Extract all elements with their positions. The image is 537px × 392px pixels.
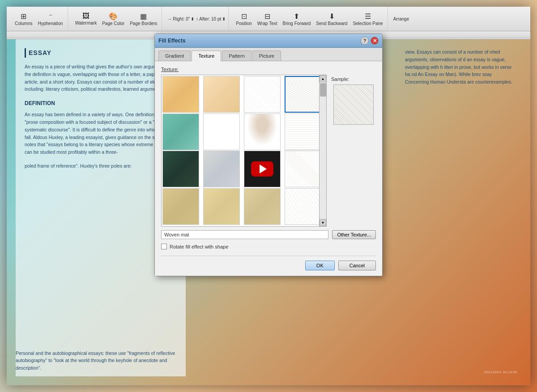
tab-gradient[interactable]: Gradient xyxy=(158,51,191,61)
rotate-fill-checkbox[interactable] xyxy=(161,244,167,249)
play-icon-inner xyxy=(260,164,267,173)
dialog-help-button[interactable]: ? xyxy=(361,37,369,45)
ok-button[interactable]: OK xyxy=(305,261,335,270)
sample-label: Sample: xyxy=(331,76,349,82)
dialog-body: Texture: xyxy=(155,61,382,276)
dialog-title: Fill Effects xyxy=(158,38,186,44)
dialog-close-button[interactable]: ✕ xyxy=(371,37,379,45)
texture-grid xyxy=(162,75,326,226)
texture-grid-container: ▲ ▼ xyxy=(161,75,327,227)
texture-section-label: Texture: xyxy=(161,67,376,72)
texture-cell-13[interactable] xyxy=(162,188,199,225)
scroll-up-arrow[interactable]: ▲ xyxy=(320,75,326,82)
texture-cell-6[interactable] xyxy=(203,114,240,150)
texture-cell-8[interactable] xyxy=(285,114,321,150)
tab-picture[interactable]: Picture xyxy=(252,51,281,61)
polaroid-frame: ⊞ Columns ⁻ Hyphenation 🖼 Watermark 🎨 Pa… xyxy=(7,7,530,385)
texture-cell-16[interactable] xyxy=(285,188,321,225)
texture-cell-14[interactable] xyxy=(203,188,240,225)
dialog-tabs: Gradient Texture Pattern Picture xyxy=(155,48,382,61)
texture-cell-15[interactable] xyxy=(244,188,281,225)
youtube-button-inner[interactable] xyxy=(251,161,273,177)
rotate-fill-label: Rotate fill effect with shape xyxy=(170,244,228,249)
sample-box xyxy=(333,84,374,125)
texture-cell-4[interactable] xyxy=(285,76,321,113)
scroll-down-arrow[interactable]: ▼ xyxy=(320,219,326,226)
texture-cell-11[interactable] xyxy=(244,151,281,187)
texture-cell-2[interactable] xyxy=(203,76,240,113)
texture-cell-3[interactable] xyxy=(244,76,281,113)
dialog-overlay: Fill Effects ? ✕ Gradient Texture Patter… xyxy=(7,7,530,385)
tab-texture[interactable]: Texture xyxy=(192,51,221,61)
sample-area: Sample: xyxy=(331,75,376,227)
texture-grid-scrollbar[interactable]: ▲ ▼ xyxy=(319,75,326,226)
texture-grid-wrapper: ▲ ▼ Sample: xyxy=(161,75,376,227)
texture-cell-1[interactable] xyxy=(162,76,199,113)
texture-cell-10[interactable] xyxy=(203,151,240,187)
scroll-thumb[interactable] xyxy=(320,83,326,97)
dialog-titlebar: Fill Effects ? ✕ xyxy=(155,34,382,48)
texture-name-field[interactable] xyxy=(161,230,328,239)
texture-cell-9[interactable] xyxy=(162,151,199,187)
dialog-controls: ? ✕ xyxy=(361,37,379,45)
checkbox-row: Rotate fill effect with shape xyxy=(161,244,376,249)
texture-cell-12[interactable] xyxy=(285,151,321,187)
tab-pattern[interactable]: Pattern xyxy=(222,51,251,61)
texture-cell-5[interactable] xyxy=(162,114,199,150)
texture-cell-7[interactable] xyxy=(244,114,281,150)
fill-effects-dialog: Fill Effects ? ✕ Gradient Texture Patter… xyxy=(154,34,383,276)
cancel-button[interactable]: Cancel xyxy=(338,261,376,270)
other-texture-button[interactable]: Other Texture... xyxy=(332,230,376,239)
sample-texture xyxy=(334,85,373,124)
texture-name-row: Other Texture... xyxy=(161,230,376,239)
scroll-track xyxy=(320,82,326,219)
dialog-buttons: OK Cancel xyxy=(161,256,376,270)
